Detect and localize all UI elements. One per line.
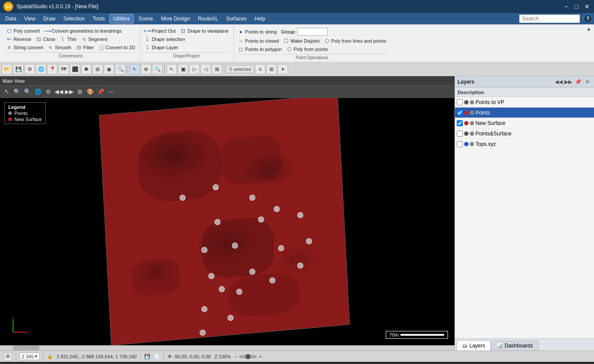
layer-row[interactable]: Points bbox=[455, 108, 594, 118]
zoom-minus-icon[interactable]: − bbox=[234, 354, 237, 359]
toolbar-open[interactable]: 📂 bbox=[2, 64, 12, 74]
toolbar-cursor[interactable]: ↖ bbox=[166, 64, 177, 74]
toolbar-btn8[interactable]: ✱ bbox=[81, 64, 92, 74]
layer-row[interactable]: Points&Surface bbox=[455, 128, 594, 139]
ribbon-make-disjoint[interactable]: ☐ Make Disjoint bbox=[282, 37, 321, 45]
layers-close[interactable]: ✕ bbox=[584, 78, 591, 86]
search-input[interactable] bbox=[519, 14, 580, 23]
menu-view[interactable]: View bbox=[20, 14, 39, 24]
scroll-thumb[interactable] bbox=[13, 346, 39, 350]
vp-settings[interactable]: ⚙ bbox=[44, 87, 53, 97]
layer-row[interactable]: New Surface bbox=[455, 118, 594, 128]
ribbon-string-convert[interactable]: ≡ String convert bbox=[4, 44, 45, 51]
ribbon-points-string[interactable]: ● Points to string bbox=[236, 28, 278, 36]
menu-surfaces[interactable]: Surfaces bbox=[223, 14, 250, 24]
ribbon-filter[interactable]: ⊟ Filter bbox=[74, 44, 95, 51]
layers-nav-back[interactable]: ◀◀ bbox=[555, 78, 563, 86]
viewport-hscroll[interactable] bbox=[0, 345, 455, 351]
ribbon-drape-layer[interactable]: ⤵ Drape Layer bbox=[143, 44, 180, 51]
menu-scene[interactable]: Scene bbox=[135, 14, 156, 24]
toolbar-grid[interactable]: ⊞ bbox=[266, 64, 277, 74]
vp-zoom-out[interactable]: 🔍 bbox=[23, 87, 32, 97]
tab-dashboards[interactable]: 📊 Dashboards bbox=[491, 340, 539, 351]
vp-globe[interactable]: 🌐 bbox=[33, 87, 43, 97]
layer-check-1[interactable] bbox=[457, 110, 463, 116]
viewport-canvas[interactable]: Legend Points New Surface bbox=[0, 98, 455, 345]
vp-zoom-in[interactable]: 🔍 bbox=[12, 87, 22, 97]
vp-cursor[interactable]: ↖ bbox=[2, 87, 11, 97]
ribbon-close[interactable]: ⊡ Close bbox=[34, 35, 57, 43]
ribbon-segment[interactable]: ∿ Segment bbox=[79, 35, 109, 43]
toolbar-btn6[interactable]: 🗺 bbox=[58, 64, 69, 74]
maximize-button[interactable]: □ bbox=[573, 3, 580, 10]
status-settings-btn[interactable]: ⚙ bbox=[3, 352, 12, 361]
ribbon-points-polygon[interactable]: ◻ Points to polygon bbox=[236, 45, 283, 53]
menu-data[interactable]: Data bbox=[2, 14, 20, 24]
toolbar-dropdown[interactable]: ▾ bbox=[278, 64, 288, 74]
ribbon-thin[interactable]: ⌇ Thin bbox=[58, 35, 78, 43]
help-button[interactable]: ? bbox=[584, 14, 592, 23]
ribbon-poly-from-lines[interactable]: ⬡ Poly from lines and points bbox=[322, 37, 388, 45]
zoom-thumb[interactable] bbox=[245, 354, 251, 359]
minimize-button[interactable]: − bbox=[563, 3, 570, 10]
ribbon-drape-to-viewplane[interactable]: ⊡ Drape to viewplane bbox=[178, 27, 230, 35]
toolbar-btn13[interactable]: 🔍 bbox=[152, 64, 163, 74]
vp-color[interactable]: 🎨 bbox=[85, 87, 95, 97]
toolbar-btn3[interactable]: ⚙ bbox=[24, 64, 35, 74]
ribbon-convert-2d[interactable]: ⬜ Convert to 2D bbox=[96, 44, 137, 51]
ribbon-poly-convert[interactable]: ⬡ Poly convert bbox=[4, 27, 42, 35]
ribbon-smooth[interactable]: ∿ Smooth bbox=[46, 44, 73, 51]
toolbar-btn12[interactable]: ⊕ bbox=[141, 64, 151, 74]
toolbar-btn11[interactable]: 🔍 bbox=[115, 64, 126, 74]
drape-label: Drape/Project bbox=[143, 52, 230, 58]
ribbon-reverse[interactable]: ↩ Reverse bbox=[4, 35, 33, 43]
menu-routexl[interactable]: RouteXL bbox=[194, 14, 222, 24]
selection-count-dropdown[interactable]: 2 345 ▾ bbox=[20, 353, 40, 360]
vp-extra[interactable]: ⋯ bbox=[106, 87, 116, 97]
menu-utilities[interactable]: Utilities bbox=[109, 14, 134, 24]
ribbon-points-closed[interactable]: ○ Points to closed bbox=[236, 37, 281, 45]
vp-pin[interactable]: 📌 bbox=[96, 87, 105, 97]
toolbar-btn4[interactable]: 🌐 bbox=[36, 64, 46, 74]
layer-check-3[interactable] bbox=[457, 131, 463, 137]
layer-check-0[interactable] bbox=[457, 99, 463, 105]
toolbar-select3[interactable]: ◁ bbox=[200, 64, 211, 74]
vp-prev[interactable]: ◀◀ bbox=[54, 87, 64, 97]
layer-row[interactable]: Tops.xyz bbox=[455, 139, 594, 149]
layers-pin[interactable]: 📌 bbox=[574, 78, 582, 86]
vp-next[interactable]: ▶▶ bbox=[64, 87, 74, 97]
menu-tools[interactable]: Tools bbox=[89, 14, 109, 24]
toolbar-select1[interactable]: ▣ bbox=[178, 64, 188, 74]
segment-icon: ∿ bbox=[81, 36, 87, 42]
toolbar-btn5[interactable]: 📍 bbox=[47, 64, 58, 74]
ribbon-drape-selection[interactable]: ⤵ Drape selection bbox=[143, 35, 187, 43]
toolbar-btn10[interactable]: ◉ bbox=[104, 64, 114, 74]
group-input[interactable] bbox=[297, 28, 328, 36]
toolbar-save[interactable]: 💾 bbox=[13, 64, 24, 74]
menu-selection[interactable]: Selection bbox=[60, 14, 88, 24]
layers-nav-forward[interactable]: ▶▶ bbox=[564, 78, 572, 86]
ribbon-convert-geometries[interactable]: ⟶ Convert geometries to linestrings bbox=[43, 27, 124, 35]
toolbar-menu1[interactable]: ≡ bbox=[255, 64, 265, 74]
toolbar-select4[interactable]: ⊠ bbox=[212, 64, 222, 74]
vp-grid[interactable]: ⊞ bbox=[75, 87, 85, 97]
ribbon-poly-from-points[interactable]: ⬡ Poly from points bbox=[285, 45, 330, 53]
ribbon-project-out[interactable]: ⟼ Project Out bbox=[143, 27, 177, 35]
layer-check-4[interactable] bbox=[457, 141, 463, 147]
floppy-icon: 💾 bbox=[144, 354, 150, 359]
ribbon-collapse-button[interactable]: ▲ bbox=[585, 25, 592, 32]
toolbar-select-cursor[interactable]: ↖ bbox=[129, 64, 140, 74]
zoom-plus-icon[interactable]: + bbox=[259, 354, 261, 359]
toolbar-btn7[interactable]: ⬛ bbox=[70, 64, 80, 74]
menu-draw[interactable]: Draw bbox=[40, 14, 59, 24]
menu-mine-design[interactable]: Mine Design bbox=[157, 14, 193, 24]
toolbar-btn9[interactable]: ⊞ bbox=[92, 64, 103, 74]
layer-row[interactable]: Points to VP bbox=[455, 97, 594, 108]
zoom-slider[interactable] bbox=[239, 355, 257, 358]
window-controls[interactable]: − □ ✕ bbox=[563, 3, 591, 10]
layer-check-2[interactable] bbox=[457, 120, 463, 126]
menu-help[interactable]: Help bbox=[251, 14, 269, 24]
toolbar-select2[interactable]: ▷ bbox=[189, 64, 200, 74]
close-button[interactable]: ✕ bbox=[584, 3, 591, 10]
tab-layers[interactable]: 🗂 Layers bbox=[457, 340, 491, 351]
